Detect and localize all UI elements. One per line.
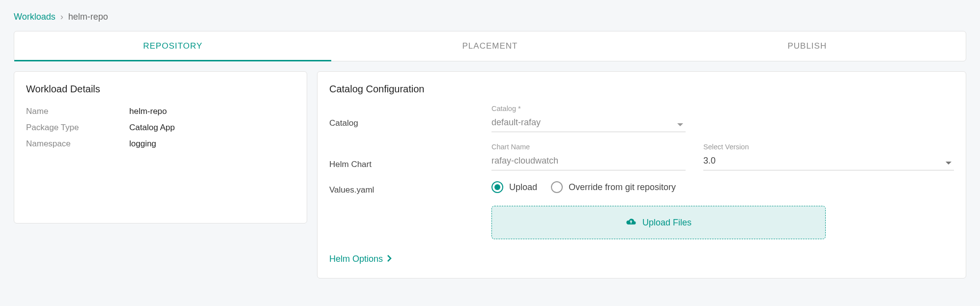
catalog-config-card: Catalog Configuration Catalog Catalog * … xyxy=(317,71,966,278)
chart-name-float-label: Chart Name xyxy=(491,143,686,151)
detail-package-value: Catalog App xyxy=(129,121,175,134)
tab-repository[interactable]: REPOSITORY xyxy=(14,31,331,61)
catalog-select[interactable] xyxy=(491,114,686,132)
upload-files-label: Upload Files xyxy=(642,218,692,228)
catalog-float-label: Catalog * xyxy=(491,105,686,112)
detail-name-value: helm-repo xyxy=(129,105,167,118)
values-yaml-row-label: Values.yaml xyxy=(329,181,491,195)
breadcrumb-workloads-link[interactable]: Workloads xyxy=(14,12,56,22)
workload-details-title: Workload Details xyxy=(26,83,295,95)
upload-files-button[interactable]: Upload Files xyxy=(491,206,826,239)
workload-details-card: Workload Details Name helm-repo Package … xyxy=(14,71,307,223)
detail-namespace-value: logging xyxy=(129,137,156,150)
radio-override-indicator xyxy=(551,181,563,193)
breadcrumb-separator: › xyxy=(60,12,63,22)
breadcrumb: Workloads › helm-repo xyxy=(0,0,980,31)
detail-namespace-label: Namespace xyxy=(26,137,129,150)
helm-options-label: Helm Options xyxy=(329,254,383,264)
breadcrumb-current: helm-repo xyxy=(68,12,108,22)
tab-publish[interactable]: PUBLISH xyxy=(649,31,966,61)
detail-package-label: Package Type xyxy=(26,121,129,134)
values-radio-group: Upload Override from git repository xyxy=(491,181,954,193)
chart-name-wrap: Chart Name xyxy=(491,143,686,170)
chevron-right-icon xyxy=(387,254,392,264)
version-float-label: Select Version xyxy=(703,143,954,151)
catalog-select-wrap[interactable]: Catalog * xyxy=(491,105,686,132)
helm-options-toggle[interactable]: Helm Options xyxy=(329,254,392,264)
radio-upload-indicator xyxy=(491,181,503,193)
radio-upload[interactable]: Upload xyxy=(491,181,537,193)
chart-name-input[interactable] xyxy=(491,153,686,170)
radio-override-label: Override from git repository xyxy=(569,182,676,193)
radio-override-git[interactable]: Override from git repository xyxy=(551,181,676,193)
tabs: REPOSITORY PLACEMENT PUBLISH xyxy=(14,31,966,61)
detail-name-label: Name xyxy=(26,105,129,118)
version-select-wrap[interactable]: Select Version xyxy=(703,143,954,170)
catalog-config-title: Catalog Configuration xyxy=(329,83,954,95)
catalog-row-label: Catalog xyxy=(329,105,491,128)
cloud-upload-icon xyxy=(626,217,636,228)
tab-placement[interactable]: PLACEMENT xyxy=(331,31,648,61)
helm-chart-row-label: Helm Chart xyxy=(329,143,491,169)
version-select[interactable] xyxy=(703,153,954,170)
radio-upload-label: Upload xyxy=(509,182,537,193)
